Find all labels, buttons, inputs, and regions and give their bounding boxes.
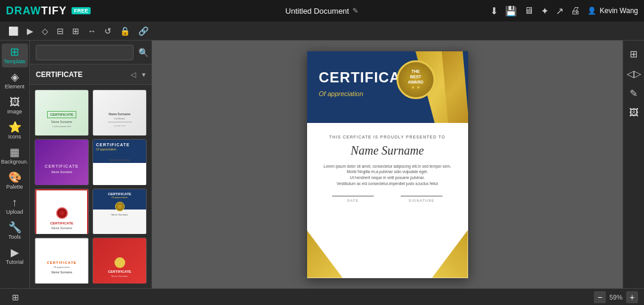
template-item-honor-red[interactable]: CERTIFICATE Name Surname certificate-hon… bbox=[35, 189, 89, 235]
template-item-purple[interactable]: CERTIFICATE Name Surname certificate-pur… bbox=[35, 139, 89, 185]
frame-icon[interactable]: ⬜ bbox=[6, 25, 21, 37]
lock-icon[interactable]: 🔒 bbox=[117, 25, 132, 37]
doc-title: Untitled Document bbox=[286, 7, 349, 16]
cert-recipient-name: Name Surname bbox=[319, 144, 456, 158]
magic-icon[interactable]: ✦ bbox=[541, 5, 549, 17]
template-item-honor-blue[interactable]: CERTIFICATE Of appreciation Name Surname… bbox=[92, 189, 147, 235]
template-item-blue[interactable]: CERTIFICATE Of appreciation Name Surname… bbox=[92, 139, 147, 185]
sidebar-item-element[interactable]: ◈ Element bbox=[2, 69, 28, 93]
palette-icon: 🎨 bbox=[8, 172, 21, 183]
template-label: Template bbox=[4, 58, 26, 64]
layers-icon[interactable]: ⊞ bbox=[627, 45, 640, 63]
link-icon[interactable]: 🔗 bbox=[136, 25, 151, 37]
tools-label: Tools bbox=[8, 234, 21, 240]
template-panel: 🔍 CERTIFICATE ◁ ▾ CERTIFICATE Name Surna… bbox=[30, 41, 152, 288]
image-label: Image bbox=[7, 109, 22, 115]
canvas-area[interactable]: CERTIFICATE Of appreciation THE BEST AWA… bbox=[152, 41, 623, 288]
cert-subtitle: Of appreciation bbox=[319, 90, 364, 97]
cert-date-item: DATE bbox=[332, 196, 374, 202]
desktop-icon[interactable]: 🖥 bbox=[524, 5, 534, 16]
cert-signatures: DATE SIGNATURE bbox=[319, 196, 456, 202]
background-label: Backgroun. bbox=[1, 159, 29, 165]
pencil-icon[interactable]: ✎ bbox=[627, 85, 640, 102]
top-bar-actions: ⬇ 💾 🖥 ✦ ↗ 🖨 👤 Kevin Wang bbox=[490, 5, 638, 17]
edit-title-icon[interactable]: ✎ bbox=[352, 7, 358, 15]
tutorial-icon: ▶ bbox=[11, 247, 19, 258]
sidebar-item-image[interactable]: 🖼 Image bbox=[2, 94, 28, 118]
hide-panel-icon[interactable]: ◁ bbox=[128, 69, 138, 80]
shape-icon[interactable]: ◇ bbox=[39, 25, 51, 37]
save-icon[interactable]: 💾 bbox=[505, 5, 517, 17]
upload-label: Upload bbox=[6, 209, 23, 215]
cert-sig-line bbox=[401, 196, 442, 196]
sidebar-item-icons[interactable]: ⭐ Icons bbox=[2, 119, 28, 143]
template-item-gray[interactable]: Name Surname Certificate Lorem text cert… bbox=[92, 90, 147, 135]
cert-badge-stars: ★ ★ bbox=[411, 85, 420, 90]
sidebar-item-tools[interactable]: 🔧 Tools bbox=[2, 219, 28, 243]
upload-icon: ↑ bbox=[12, 197, 17, 208]
icons-icon: ⭐ bbox=[8, 122, 21, 133]
image-icon: 🖼 bbox=[10, 97, 20, 107]
user-name: Kevin Wang bbox=[600, 7, 638, 15]
cert-corner-left bbox=[307, 230, 343, 278]
template-item-green[interactable]: CERTIFICATE Name Surname Lorem ipsum tex… bbox=[35, 90, 89, 135]
sidebar-item-upload[interactable]: ↑ Upload bbox=[2, 194, 28, 218]
right-sidebar: ⊞ ◁▷ ✎ 🖼 bbox=[623, 41, 644, 288]
sidebar-item-tutorial[interactable]: ▶ Tutorial bbox=[2, 244, 28, 268]
zoom-out-button[interactable]: − bbox=[594, 291, 606, 303]
cert-header: CERTIFICATE Of appreciation THE BEST AWA… bbox=[307, 51, 468, 123]
template-item-cert7[interactable]: CERTIFICATE Of appreciation Name Surname… bbox=[35, 238, 89, 284]
cert-signature-item: SIGNATURE bbox=[401, 196, 442, 202]
panel-header: 🔍 bbox=[30, 41, 151, 64]
play-icon[interactable]: ▶ bbox=[24, 25, 36, 37]
expand-icon[interactable]: ◁▷ bbox=[624, 65, 644, 82]
main-content: ⊞ Template ◈ Element 🖼 Image ⭐ Icons ▦ B… bbox=[0, 41, 644, 288]
download-icon[interactable]: ⬇ bbox=[490, 5, 498, 17]
grid-icon[interactable]: ⊞ bbox=[12, 292, 19, 302]
photo-icon[interactable]: 🖼 bbox=[626, 104, 642, 121]
sidebar-item-template[interactable]: ⊞ Template bbox=[2, 44, 28, 67]
top-bar: DRAWTIFY FREE Untitled Document ✎ ⬇ 💾 🖥 … bbox=[0, 0, 644, 21]
search-input[interactable] bbox=[36, 45, 134, 60]
element-icon: ◈ bbox=[11, 72, 19, 82]
cert-badge: THE BEST AWARD ★ ★ bbox=[397, 60, 435, 99]
left-sidebar: ⊞ Template ◈ Element 🖼 Image ⭐ Icons ▦ B… bbox=[0, 41, 30, 288]
sidebar-item-background[interactable]: ▦ Backgroun. bbox=[2, 144, 28, 168]
sidebar-item-palette[interactable]: 🎨 Palette bbox=[2, 169, 28, 193]
element-label: Element bbox=[5, 84, 24, 90]
cert-body: THIS CERFICATE IS PROUDLY PRESENTED TO N… bbox=[307, 123, 468, 211]
category-arrow: ▾ bbox=[142, 70, 145, 79]
certificate-canvas: CERTIFICATE Of appreciation THE BEST AWA… bbox=[307, 51, 468, 278]
background-icon: ▦ bbox=[10, 147, 20, 158]
cert-date-label: DATE bbox=[332, 199, 374, 202]
tutorial-label: Tutorial bbox=[6, 259, 24, 265]
template-item-cert8[interactable]: CERTIFICATE Name Surname certificate-8 2… bbox=[92, 238, 147, 284]
search-icon[interactable]: 🔍 bbox=[138, 48, 148, 57]
bottom-bar: ⊞ − 59% + bbox=[0, 288, 644, 305]
cert-body-text: Lorem ipsum dolor sit amet, consectetur … bbox=[319, 164, 456, 187]
doc-title-area: Untitled Document ✎ bbox=[286, 7, 359, 16]
category-title: CERTIFICATE bbox=[36, 70, 82, 79]
secondary-toolbar: ⬜ ▶ ◇ ⊟ ⊞ ↔ ↺ 🔒 🔗 bbox=[0, 21, 644, 41]
distribute-icon[interactable]: ⊞ bbox=[70, 25, 82, 37]
rotate-icon[interactable]: ↺ bbox=[102, 25, 114, 37]
cert-sig-label: SIGNATURE bbox=[401, 199, 442, 202]
cert-badge-text: THE BEST AWARD bbox=[408, 69, 423, 85]
icons-label: Icons bbox=[8, 134, 21, 140]
align-icon[interactable]: ⊟ bbox=[54, 25, 66, 37]
cert-presented-text: THIS CERFICATE IS PROUDLY PRESENTED TO bbox=[319, 135, 456, 139]
flip-icon[interactable]: ↔ bbox=[85, 25, 98, 37]
logo-area: DRAWTIFY FREE bbox=[6, 5, 91, 17]
tools-icon: 🔧 bbox=[8, 222, 21, 233]
cert-corner-right bbox=[432, 230, 468, 278]
user-icon: 👤 bbox=[587, 7, 596, 15]
template-grid: CERTIFICATE Name Surname Lorem ipsum tex… bbox=[30, 85, 151, 288]
print-icon[interactable]: 🖨 bbox=[571, 5, 580, 16]
share-icon[interactable]: ↗ bbox=[556, 5, 564, 17]
free-badge: FREE bbox=[72, 7, 91, 14]
palette-label: Palette bbox=[6, 184, 23, 190]
zoom-in-button[interactable]: + bbox=[626, 291, 638, 303]
user-info: 👤 Kevin Wang bbox=[587, 7, 638, 15]
category-header[interactable]: CERTIFICATE ◁ ▾ bbox=[30, 64, 151, 85]
cert-date-line bbox=[332, 196, 374, 196]
